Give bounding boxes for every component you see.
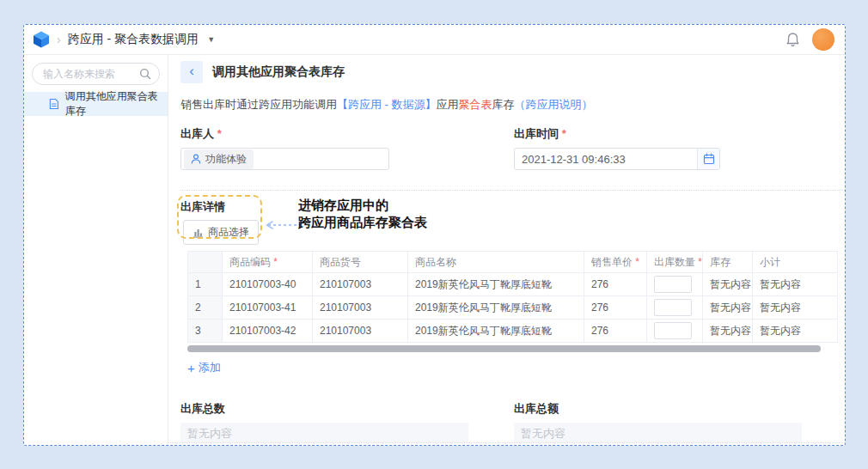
issuer-field: 出库人 * 功能体验 [180,126,389,170]
product-select-button[interactable]: 商品选择 [183,220,259,245]
description-text: 应用 [437,98,459,111]
time-input-wrap [514,148,720,170]
col-subtotal: 小计 [753,252,838,273]
cell-qty [647,296,703,320]
col-qty: 出库数量 * [647,252,703,273]
time-field: 出库时间 * [514,126,720,170]
app-window: › 跨应用 - 聚合表数据调用 ▼ [23,24,846,446]
cell-stock: 暂无内容 [703,296,753,320]
cell-item-no: 210107003 [313,273,408,296]
cell-code: 210107003-42 [223,320,313,343]
qty-input[interactable] [654,322,692,339]
row-index: 2 [188,296,223,320]
sidebar-search [32,63,160,85]
document-icon [49,98,59,110]
col-index [188,252,223,273]
products-table: 商品编码 * 商品货号 商品名称 销售单价 * 出库数量 * 库存 小计 1 2… [187,251,838,343]
detail-section-header: 出库详情 商品选择 进销存应用中的 跨应用商品库存聚合表 [180,199,845,248]
description-text: 库存 [492,98,515,111]
description-link-help[interactable]: （跨应用说明） [515,98,593,111]
topbar-actions [785,28,834,51]
time-input[interactable] [515,153,697,166]
totals-row: 出库总数 暂无内容 出库总额 暂无内容 [180,401,845,442]
page-title: 调用其他应用聚合表库存 [212,64,345,80]
col-name: 商品名称 [408,252,584,273]
top-bar: › 跨应用 - 聚合表数据调用 ▼ [24,25,845,55]
issuer-label: 出库人 * [180,126,389,142]
main-content: ‹ 调用其他应用聚合表库存 销售出库时通过跨应用功能调用【跨应用 - 数据源】应… [168,55,845,445]
search-icon[interactable] [139,68,151,80]
cell-code: 210107003-40 [223,273,313,296]
member-chip[interactable]: 功能体验 [184,149,254,169]
cell-name: 2019新英伦风马丁靴厚底短靴 [408,320,584,343]
user-avatar[interactable] [812,28,834,51]
breadcrumb-chevron-icon: › [57,33,61,46]
total-amount-field: 出库总额 暂无内容 [514,401,802,442]
col-code: 商品编码 * [223,252,313,273]
add-row-link[interactable]: + 添加 [187,360,221,375]
total-count-label: 出库总数 [180,401,468,417]
annotation-text: 进销存应用中的 跨应用商品库存聚合表 [298,197,427,231]
sidebar: 调用其他应用聚合表库存 [24,55,168,445]
annotation-arrow-icon [266,221,302,229]
chevron-down-icon[interactable]: ▼ [207,35,215,44]
cell-qty [647,320,703,343]
cell-subtotal: 暂无内容 [753,296,838,320]
description-text: 销售出库时通过跨应用功能调用 [180,98,337,111]
calendar-icon [703,153,715,165]
sidebar-item-label: 调用其他应用聚合表库存 [65,89,168,119]
cell-item-no: 210107003 [313,296,408,320]
cell-code: 210107003-41 [223,296,313,320]
person-icon [191,154,201,164]
table-row: 2 210107003-41 210107003 2019新英伦风马丁靴厚底短靴… [188,296,838,320]
annotation-line1: 进销存应用中的 [298,197,427,214]
back-button[interactable]: ‹ [180,61,203,83]
total-count-field: 出库总数 暂无内容 [180,401,468,442]
table-row: 3 210107003-42 210107003 2019新英伦风马丁靴厚底短靴… [188,320,838,343]
form-row: 出库人 * 功能体验 出库时间 * [180,126,845,170]
col-stock: 库存 [703,252,753,273]
cell-stock: 暂无内容 [703,273,753,296]
description-link-datasource[interactable]: 【跨应用 - 数据源】 [337,98,437,111]
app-title[interactable]: 跨应用 - 聚合表数据调用 [68,32,199,47]
annotation-line2: 跨应用商品库存聚合表 [298,214,427,231]
cell-qty [647,273,703,296]
member-chip-label: 功能体验 [205,152,247,167]
col-price: 销售单价 * [584,252,647,273]
cell-name: 2019新英伦风马丁靴厚底短靴 [408,273,584,296]
total-amount-label: 出库总额 [514,401,802,417]
required-marker: * [635,256,639,268]
row-index: 1 [188,273,223,296]
cell-price: 276 [584,273,647,296]
total-amount-value: 暂无内容 [514,423,802,442]
add-row-label: 添加 [199,360,221,375]
col-item-no: 商品货号 [313,252,408,273]
row-index: 3 [188,320,223,343]
required-marker: * [273,256,278,268]
cell-price: 276 [584,320,647,343]
total-count-value: 暂无内容 [180,423,468,442]
breadcrumb: › 跨应用 - 聚合表数据调用 ▼ [33,31,215,48]
issuer-input[interactable]: 功能体验 [180,148,389,170]
cell-item-no: 210107003 [313,320,408,343]
horizontal-scrollbar [187,345,830,352]
section-divider [180,190,845,191]
required-marker: * [217,127,222,140]
scrollbar-thumb[interactable] [187,345,821,352]
time-label: 出库时间 * [514,126,720,142]
page-title-row: ‹ 调用其他应用聚合表库存 [180,61,845,83]
detail-section-label: 出库详情 [180,199,845,215]
sidebar-item-form[interactable]: 调用其他应用聚合表库存 [24,92,168,116]
calendar-button[interactable] [697,149,719,169]
cell-name: 2019新英伦风马丁靴厚底短靴 [408,296,584,320]
app-cube-logo-icon[interactable] [33,31,50,48]
plus-icon: + [187,361,195,375]
cell-subtotal: 暂无内容 [753,273,838,296]
cell-price: 276 [584,296,647,320]
qty-input[interactable] [654,299,692,316]
table-row: 1 210107003-40 210107003 2019新英伦风马丁靴厚底短靴… [188,273,838,296]
notification-bell-icon[interactable] [785,32,800,47]
product-select-label: 商品选择 [208,225,249,240]
form-description: 销售出库时通过跨应用功能调用【跨应用 - 数据源】应用聚合表库存（跨应用说明） [180,97,845,113]
qty-input[interactable] [654,276,692,293]
